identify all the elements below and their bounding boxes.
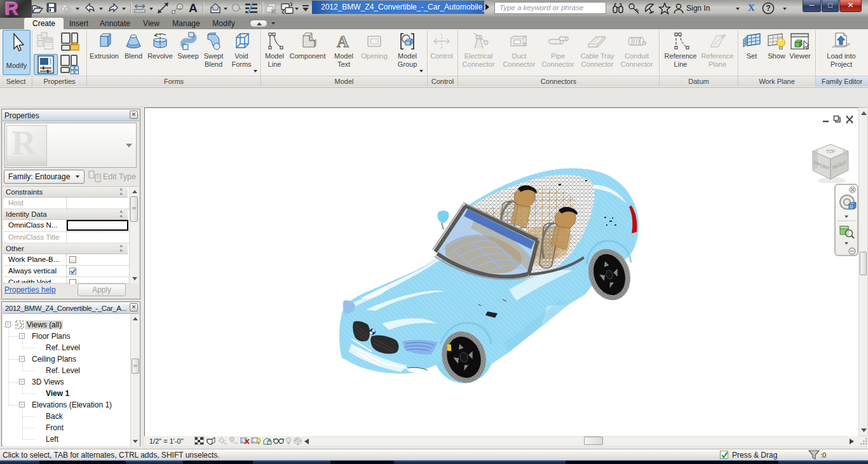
svg-text:A: A (337, 32, 349, 51)
svg-text:?: ? (766, 4, 771, 13)
svg-text:1: 1 (179, 4, 182, 10)
